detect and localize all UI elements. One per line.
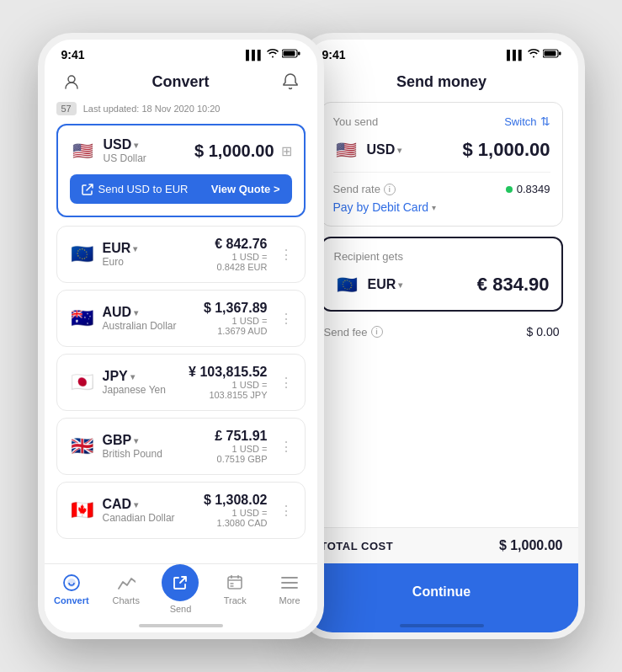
nav-charts-label: Charts [112,595,139,605]
view-quote[interactable]: View Quote > [211,183,280,195]
green-dot [506,186,513,193]
usd-code: USD ▾ [104,137,146,152]
three-dots-2[interactable]: ⋮ [279,375,293,391]
continue-btn-bar[interactable]: Continue [306,563,578,632]
recipient-row: 🇪🇺 EUR ▾ € 834.90 [334,271,550,298]
bottom-nav-1: Convert Charts Send Track [45,563,317,632]
rate-row: Send rate i 0.8349 [333,181,550,197]
svg-rect-6 [228,577,242,589]
send-quote-bar[interactable]: Send USD to EUR View Quote > [70,174,292,204]
wifi-icon-2 [528,49,540,61]
three-dots-3[interactable]: ⋮ [279,439,293,455]
status-bar-2: 9:41 ▌▌▌ [306,40,578,66]
phone-convert: 9:41 ▌▌▌ Convert [38,33,324,639]
calc-icon[interactable]: ⊞ [281,143,292,159]
battery-icon [282,49,300,61]
send-code[interactable]: USD ▾ [367,142,402,157]
recipient-currency-left: 🇪🇺 EUR ▾ [334,271,403,298]
battery-icon-2 [543,49,561,61]
code-4: CAD ▾ [103,497,175,512]
three-dots-1[interactable]: ⋮ [279,311,293,327]
currency-left-1: 🇦🇺 AUD ▾ Australian Dollar [69,305,177,332]
phones-container: 9:41 ▌▌▌ Convert [21,16,602,656]
usd-dropdown[interactable]: ▾ [134,141,138,150]
currency-left-0: 🇪🇺 EUR ▾ Euro [69,241,138,268]
time-1: 9:41 [61,48,85,61]
main-amount-group: $ 1,000.00 ⊞ [194,141,292,161]
nav-track[interactable]: Track [208,573,263,605]
rate-info-3: £ 751.91 1 USD =0.7519 GBP [215,429,267,464]
recipient-code[interactable]: EUR ▾ [368,277,403,292]
three-dots-4[interactable]: ⋮ [279,503,293,519]
usd-flag: 🇺🇸 [70,137,97,164]
fee-label: Send fee i [324,326,383,339]
rate-info-0: € 842.76 1 USD =0.8428 EUR [215,237,267,272]
currency-list-item[interactable]: 🇪🇺 EUR ▾ Euro € 842.76 1 USD =0.8428 EUR… [56,226,306,283]
flag-0: 🇪🇺 [69,241,96,268]
recipient-amount: € 834.90 [477,274,550,296]
phone-send: 9:41 ▌▌▌ ‹ Send money ✕ You send [299,33,585,639]
signal-icon-2: ▌▌▌ [507,50,524,60]
continue-btn-text: Continue [412,584,470,600]
nav-convert[interactable]: Convert [45,573,99,605]
fee-value: $ 0.00 [527,325,560,339]
flag-2: 🇯🇵 [69,369,96,396]
rate-detail-4: 1 USD =1.3080 CAD [204,508,268,528]
code-1: AUD ▾ [103,305,177,320]
currency-list-item[interactable]: 🇨🇦 CAD ▾ Canadian Dollar $ 1,308.02 1 US… [56,482,306,539]
usd-amount: $ 1,000.00 [194,141,274,161]
three-dots-0[interactable]: ⋮ [279,247,293,263]
pay-method[interactable]: Pay by Debit Card ▾ [333,200,550,214]
rate-info-icon[interactable]: i [384,184,396,195]
name-2: Japanese Yen [103,384,166,396]
wifi-icon [267,49,279,61]
status-icons-1: ▌▌▌ [246,49,300,61]
main-currency-row: 🇺🇸 USD ▾ US Dollar $ 1,000.00 ⊞ [70,137,292,164]
profile-icon[interactable] [60,70,83,93]
you-send-label: You send [333,115,379,128]
status-icons-2: ▌▌▌ [507,49,561,61]
currency-list-item[interactable]: 🇬🇧 GBP ▾ British Pound £ 751.91 1 USD =0… [56,418,306,475]
nav-send[interactable]: Send [153,573,208,614]
rate-info-1: $ 1,367.89 1 USD =1.3679 AUD [204,301,268,336]
total-cost-bar: TOTAL COST $ 1,000.00 [306,527,578,563]
rate-detail-3: 1 USD =0.7519 GBP [215,444,267,464]
send-nav-button[interactable] [162,564,199,601]
code-0: EUR ▾ [103,241,138,256]
rate-amount-2: ¥ 103,815.52 [189,365,267,380]
nav-track-label: Track [224,595,247,605]
header-1: Convert [45,66,317,102]
svg-rect-2 [298,52,300,56]
svg-rect-8 [237,575,239,579]
total-label: TOTAL COST [321,540,394,552]
nav-send-label: Send [170,604,192,614]
usd-name: US Dollar [104,152,146,164]
bell-icon[interactable] [279,70,302,93]
screen-content-1: 57 Last updated: 18 Nov 2020 10:20 🇺🇸 US… [45,102,317,577]
you-send-header: You send Switch ⇅ [333,115,550,128]
svg-rect-7 [231,575,232,579]
name-4: Canadian Dollar [103,512,175,524]
recipient-section: Recipient gets 🇪🇺 EUR ▾ € 834.90 [321,237,563,312]
svg-rect-1 [283,51,295,56]
update-text: Last updated: 18 Nov 2020 10:20 [83,104,221,114]
header-title-1: Convert [83,73,279,91]
converter-card[interactable]: 🇺🇸 USD ▾ US Dollar $ 1,000.00 ⊞ [56,124,306,217]
nav-charts[interactable]: Charts [98,573,153,605]
nav-more[interactable]: More [263,573,317,605]
rate-amount-0: € 842.76 [215,237,267,252]
code-3: GBP ▾ [103,433,162,448]
header-title-2: Send money [344,73,540,91]
rate-info-2: ¥ 103,815.52 1 USD =103.8155 JPY [189,365,267,400]
status-bar-1: 9:41 ▌▌▌ [45,40,317,66]
usd-info: USD ▾ US Dollar [104,137,146,164]
currency-list-item[interactable]: 🇦🇺 AUD ▾ Australian Dollar $ 1,367.89 1 … [56,290,306,347]
more-icon [279,573,300,593]
switch-button[interactable]: Switch ⇅ [504,115,550,128]
currency-list-item[interactable]: 🇯🇵 JPY ▾ Japanese Yen ¥ 103,815.52 1 USD… [56,354,306,411]
fee-info-icon[interactable]: i [371,326,383,338]
update-badge: 57 [56,102,77,115]
currency-list: 🇪🇺 EUR ▾ Euro € 842.76 1 USD =0.8428 EUR… [56,226,306,539]
send-amount: $ 1,000.00 [463,139,550,161]
currency-left-3: 🇬🇧 GBP ▾ British Pound [69,433,162,460]
